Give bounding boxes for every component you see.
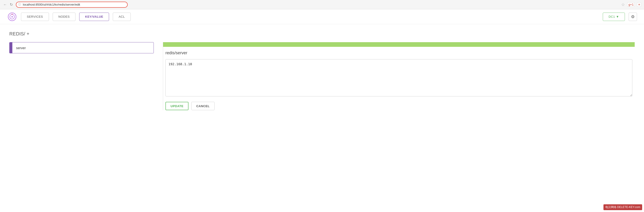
nav-keyvalue-button[interactable]: KEY/VALUE: [79, 12, 109, 21]
browser-extension2-button[interactable]: ≡: [637, 2, 641, 7]
dc-label: DC1: [608, 15, 615, 18]
nav-acl-button[interactable]: ACL: [113, 12, 131, 21]
browser-extension-button[interactable]: g+1: [627, 2, 635, 7]
settings-button[interactable]: ⚙: [628, 12, 637, 21]
breadcrumb: REDIS/ +: [9, 31, 635, 36]
bookmark-icon[interactable]: ☆: [621, 2, 625, 7]
address-bar-security-icon: ⓘ: [18, 2, 21, 6]
update-button[interactable]: UPDATE: [166, 102, 188, 110]
kv-value-textarea[interactable]: [166, 59, 632, 96]
key-item-label: server: [12, 46, 30, 50]
address-bar[interactable]: ⓘ localhost:8500/ui/#/dc1/kv/redis/serve…: [16, 2, 128, 8]
logo: [7, 12, 17, 22]
cancel-button[interactable]: CANCEL: [191, 102, 214, 110]
app-header: SERVICES NODES KEY/VALUE ACL DC1 ▼ ⚙: [0, 9, 644, 24]
dc-dropdown-icon: ▼: [616, 15, 619, 18]
content-body: server redis/server UPDATE CANCEL: [9, 42, 635, 110]
address-bar-url: localhost:8500/ui/#/dc1/kv/redis/server/…: [23, 3, 80, 6]
action-buttons: UPDATE CANCEL: [163, 102, 635, 110]
browser-nav-buttons: ← ↻: [3, 2, 14, 7]
svg-point-3: [12, 14, 12, 15]
nav-nodes-button[interactable]: NODES: [53, 12, 76, 21]
key-item-accent: [10, 42, 12, 53]
left-panel: server: [9, 42, 163, 110]
green-accent-bar: [163, 42, 635, 47]
nav-services-button[interactable]: SERVICES: [21, 12, 49, 21]
kv-textarea-wrapper: [163, 59, 635, 97]
browser-reload-button[interactable]: ↻: [9, 2, 14, 7]
settings-gear-icon: ⚙: [631, 14, 635, 19]
key-item-server[interactable]: server: [9, 42, 154, 53]
kv-title: redis/server: [163, 50, 635, 56]
right-panel: redis/server UPDATE CANCEL: [163, 42, 635, 110]
main-content: REDIS/ + server redis/server UPDATE CANC…: [0, 24, 644, 117]
svg-point-2: [12, 16, 13, 18]
browser-back-button[interactable]: ←: [3, 2, 8, 7]
browser-chrome: ← ↻ ⓘ localhost:8500/ui/#/dc1/kv/redis/s…: [0, 0, 644, 9]
nav-dc-button[interactable]: DC1 ▼: [603, 12, 625, 21]
